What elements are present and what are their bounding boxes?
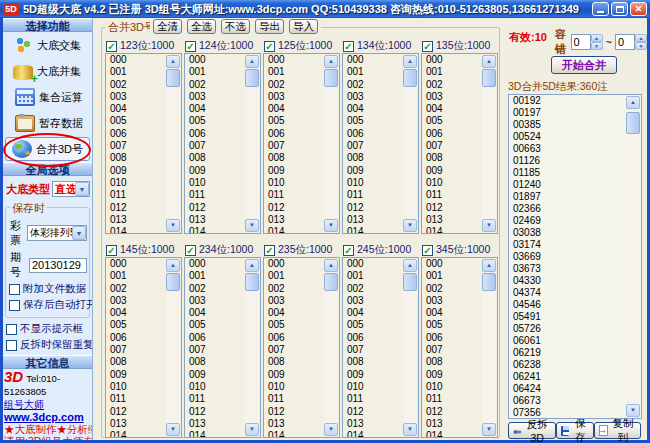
number-listbox-9[interactable]: 0000010020030040050060070080090100110120… xyxy=(342,257,419,438)
list-item[interactable]: 011 xyxy=(107,189,165,201)
list-item[interactable]: 008 xyxy=(265,356,323,368)
list-item[interactable]: 014 xyxy=(107,430,165,437)
list-item[interactable]: 012 xyxy=(344,202,402,214)
list-item[interactable]: 013 xyxy=(423,418,481,430)
list-item[interactable]: 004 xyxy=(107,103,165,115)
result-item[interactable]: 00663 xyxy=(510,143,625,155)
scroll-thumb[interactable] xyxy=(245,273,259,291)
list-item[interactable]: 004 xyxy=(344,103,402,115)
list-item[interactable]: 005 xyxy=(186,319,244,331)
close-button[interactable]: ✕ xyxy=(630,2,647,16)
list-item[interactable]: 009 xyxy=(186,369,244,381)
spin-down-icon[interactable]: ▼ xyxy=(635,42,647,50)
list-item[interactable]: 014 xyxy=(423,430,481,437)
list-item[interactable]: 009 xyxy=(265,369,323,381)
result-item[interactable]: 05726 xyxy=(510,323,625,335)
scroll-thumb[interactable] xyxy=(324,69,338,87)
list-item[interactable]: 000 xyxy=(344,54,402,66)
misc-checkbox-2[interactable]: 反拆时保留重复 xyxy=(6,338,91,352)
list-item[interactable]: 012 xyxy=(186,406,244,418)
list-item[interactable]: 000 xyxy=(107,258,165,270)
list-item[interactable]: 001 xyxy=(265,66,323,78)
result-item[interactable]: 01240 xyxy=(510,179,625,191)
list-item[interactable]: 004 xyxy=(344,307,402,319)
list-item[interactable]: 007 xyxy=(423,344,481,356)
list-item[interactable]: 001 xyxy=(423,66,481,78)
list-item[interactable]: 004 xyxy=(423,307,481,319)
result-item[interactable]: 00385 xyxy=(510,119,625,131)
spin-up-icon[interactable]: ▲ xyxy=(591,34,603,42)
scroll-track[interactable] xyxy=(482,291,496,423)
scrollbar[interactable]: ▲▼ xyxy=(166,259,180,436)
list-item[interactable]: 008 xyxy=(423,356,481,368)
save-checkbox-2[interactable]: 保存后自动打开 xyxy=(9,298,86,312)
list-item[interactable]: 000 xyxy=(265,258,323,270)
toolbar-button-4[interactable]: 导出 xyxy=(255,19,284,34)
scroll-track[interactable] xyxy=(166,291,180,423)
result-item[interactable]: 03673 xyxy=(510,263,625,275)
list-item[interactable]: 000 xyxy=(186,258,244,270)
list-item[interactable]: 006 xyxy=(107,128,165,140)
save-checkbox-1[interactable]: 附加文件数据 xyxy=(9,282,86,296)
result-item[interactable]: 02469 xyxy=(510,215,625,227)
scrollbar[interactable]: ▲▼ xyxy=(324,259,338,436)
result-item[interactable]: 04330 xyxy=(510,275,625,287)
list-item[interactable]: 012 xyxy=(423,406,481,418)
scroll-down-icon[interactable]: ▼ xyxy=(626,404,640,417)
result-item[interactable]: 02366 xyxy=(510,203,625,215)
list-item[interactable]: 008 xyxy=(423,152,481,164)
list-item[interactable]: 013 xyxy=(186,214,244,226)
list-item[interactable]: 009 xyxy=(423,165,481,177)
panel-checkbox-1[interactable]: ✓123位:1000 xyxy=(106,39,174,53)
list-item[interactable]: 006 xyxy=(423,128,481,140)
scroll-up-icon[interactable]: ▲ xyxy=(626,96,640,109)
result-item[interactable]: 00197 xyxy=(510,107,625,119)
list-item[interactable]: 009 xyxy=(265,165,323,177)
list-item[interactable]: 003 xyxy=(186,91,244,103)
scroll-track[interactable] xyxy=(626,134,640,404)
scroll-down-icon[interactable]: ▼ xyxy=(166,219,180,232)
list-item[interactable]: 010 xyxy=(344,177,402,189)
scroll-thumb[interactable] xyxy=(166,69,180,87)
list-item[interactable]: 006 xyxy=(186,128,244,140)
tolerance-to-input[interactable] xyxy=(615,34,635,50)
list-item[interactable]: 007 xyxy=(186,140,244,152)
list-item[interactable]: 013 xyxy=(265,418,323,430)
list-item[interactable]: 003 xyxy=(107,295,165,307)
list-item[interactable]: 006 xyxy=(423,332,481,344)
list-item[interactable]: 000 xyxy=(265,54,323,66)
list-item[interactable]: 000 xyxy=(423,258,481,270)
scroll-down-icon[interactable]: ▼ xyxy=(324,219,338,232)
result-listbox[interactable]: 0019200197003850052400663011260118501240… xyxy=(508,94,642,419)
list-item[interactable]: 011 xyxy=(107,393,165,405)
panel-checkbox-2[interactable]: ✓124位:1000 xyxy=(185,39,253,53)
list-item[interactable]: 006 xyxy=(344,128,402,140)
list-item[interactable]: 014 xyxy=(265,430,323,437)
result-item[interactable]: 00192 xyxy=(510,95,625,107)
scroll-up-icon[interactable]: ▲ xyxy=(324,259,338,272)
list-item[interactable]: 005 xyxy=(344,319,402,331)
list-item[interactable]: 011 xyxy=(423,189,481,201)
list-item[interactable]: 012 xyxy=(107,202,165,214)
scroll-up-icon[interactable]: ▲ xyxy=(245,55,259,68)
scroll-up-icon[interactable]: ▲ xyxy=(245,259,259,272)
scroll-up-icon[interactable]: ▲ xyxy=(166,55,180,68)
list-item[interactable]: 013 xyxy=(344,418,402,430)
sidebar-item-5[interactable]: 合并3D号 xyxy=(5,137,90,161)
result-action-1[interactable]: 反拆3D xyxy=(508,422,556,439)
list-item[interactable]: 014 xyxy=(344,226,402,233)
misc-checkbox-1[interactable]: 不显示提示框 xyxy=(6,322,91,336)
list-item[interactable]: 007 xyxy=(344,344,402,356)
result-item[interactable]: 01126 xyxy=(510,155,625,167)
number-listbox-2[interactable]: 0000010020030040050060070080090100110120… xyxy=(184,53,261,234)
scrollbar[interactable]: ▲▼ xyxy=(245,55,259,232)
list-item[interactable]: 007 xyxy=(265,344,323,356)
list-item[interactable]: 005 xyxy=(186,115,244,127)
list-item[interactable]: 004 xyxy=(107,307,165,319)
list-item[interactable]: 002 xyxy=(423,79,481,91)
maximize-button[interactable] xyxy=(611,2,628,16)
list-item[interactable]: 008 xyxy=(344,356,402,368)
list-item[interactable]: 011 xyxy=(423,393,481,405)
list-item[interactable]: 000 xyxy=(107,54,165,66)
site-link[interactable]: www.3dcp.com xyxy=(4,411,84,423)
